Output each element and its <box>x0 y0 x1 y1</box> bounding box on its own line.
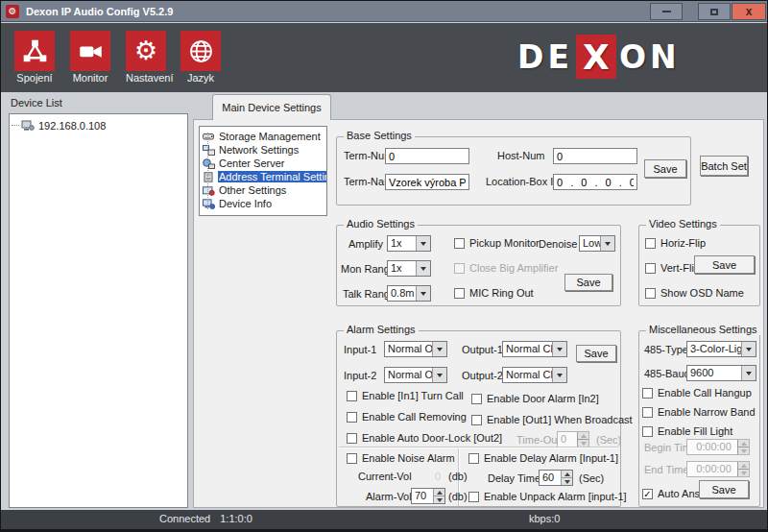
logo-text-de: DE <box>517 38 573 76</box>
enable-unpack-alarm-checkbox[interactable]: Enable Unpack Alarm [input-1] <box>468 491 627 502</box>
device-list-title: Device List <box>11 97 62 109</box>
base-save-button[interactable]: Save <box>644 159 686 178</box>
misc-settings-group: Miscellaneous Settings 485-Type 3-Color-… <box>638 330 760 507</box>
toolbar: Spojení Monitor ⚙ Nastavení Ja <box>1 23 768 92</box>
amplify-select[interactable]: 1x <box>387 235 431 252</box>
dexon-logo: DE X ON <box>517 33 681 81</box>
delay-time-label: Delay Time <box>488 472 540 484</box>
maximize-button[interactable] <box>698 3 731 20</box>
connect-button[interactable] <box>14 31 55 71</box>
chevron-down-icon[interactable] <box>416 261 430 276</box>
host-num-label: Host-Num <box>497 150 545 161</box>
spinner-buttons[interactable] <box>433 489 444 503</box>
alarm-vol-spinner[interactable]: 70 <box>411 488 445 504</box>
chevron-down-icon[interactable] <box>432 342 446 356</box>
input2-select[interactable]: Normal Open <box>384 367 447 383</box>
chevron-down-icon[interactable] <box>416 236 430 251</box>
video-save-button[interactable]: Save <box>694 255 755 274</box>
alarm-vol-unit: (db) <box>448 491 468 502</box>
device-list-item[interactable]: 192.168.0.108 <box>12 118 185 133</box>
chevron-down-icon[interactable] <box>552 342 566 356</box>
enable-door-alarm-checkbox[interactable]: Enable Door Alarm [In2] <box>471 393 599 404</box>
spinner-buttons <box>737 462 749 476</box>
current-vol-unit: (db) <box>448 471 468 482</box>
delay-time-unit: (Sec) <box>579 472 604 484</box>
term-num-input[interactable] <box>385 148 469 164</box>
gear-icon: ⚙ <box>134 32 157 70</box>
alarm-save-button[interactable]: Save <box>576 345 616 362</box>
485-baud-select[interactable]: 9600 <box>686 365 756 381</box>
enable-noise-alarm-checkbox[interactable]: Enable Noise Alarm <box>347 452 455 464</box>
main-settings-panel: Storage Management Network Settings Cent… <box>193 119 764 508</box>
tree-item-other-settings[interactable]: Other Settings <box>203 183 325 197</box>
base-settings-group: Base Settings Term-Num Host-Num Term-Nam… <box>336 136 691 206</box>
enable-narrow-band-checkbox[interactable]: Enable Narrow Band <box>642 406 756 418</box>
tab-main-device-settings[interactable]: Main Device Settings <box>212 94 331 120</box>
enable-call-removing-checkbox[interactable]: Enable Call Removing <box>347 411 467 423</box>
chevron-down-icon[interactable] <box>741 366 756 380</box>
input1-select[interactable]: Normal Open <box>384 341 447 357</box>
timeout-unit: (Sec) <box>596 434 621 446</box>
language-button[interactable] <box>180 31 221 71</box>
enable-fill-light-checkbox[interactable]: Enable Fill Light <box>642 425 732 437</box>
show-osd-name-checkbox[interactable]: Show OSD Name <box>645 287 744 299</box>
other-settings-icon <box>203 185 215 196</box>
term-name-input[interactable] <box>385 174 469 190</box>
misc-save-button[interactable]: Save <box>699 480 749 498</box>
enable-call-hangup-checkbox[interactable]: Enable Call Hangup <box>642 387 752 399</box>
485-type-select[interactable]: 3-Color-Light <box>686 341 756 357</box>
tree-item-device-info[interactable]: Device Info <box>203 197 325 210</box>
output1-select[interactable]: Normal Close <box>502 341 567 357</box>
vert-flip-checkbox[interactable]: Vert-Flip <box>645 262 700 274</box>
denoise-select[interactable]: Low <box>579 235 615 252</box>
video-settings-title: Video Settings <box>646 218 720 230</box>
settings-tree[interactable]: Storage Management Network Settings Cent… <box>199 126 327 216</box>
chevron-down-icon[interactable] <box>741 342 756 356</box>
485-type-label: 485-Type <box>644 344 688 355</box>
batch-set-button[interactable]: Batch Set <box>700 156 748 176</box>
end-time-spinner: 0:00:00 <box>686 461 750 477</box>
device-list[interactable]: 192.168.0.108 <box>9 113 188 508</box>
globe-icon <box>188 38 214 64</box>
tree-item-center-server[interactable]: Center Server <box>203 157 325 170</box>
spinner-buttons[interactable] <box>561 471 572 485</box>
monitor-button[interactable] <box>70 31 110 71</box>
camera-icon <box>78 38 104 64</box>
spinner-buttons <box>577 432 588 447</box>
begin-time-spinner: 0:00:00 <box>686 439 750 455</box>
device-ip: 192.168.0.108 <box>38 120 106 132</box>
tree-item-storage-management[interactable]: Storage Management <box>203 130 325 143</box>
delay-time-spinner[interactable]: 60 <box>539 470 573 486</box>
tree-item-address-terminal-settings[interactable]: Address Terminal Settings <box>203 170 325 183</box>
horiz-flip-checkbox[interactable]: Horiz-Flip <box>645 237 706 249</box>
video-settings-group: Video Settings Horiz-Flip Vert-Flip Save… <box>638 225 760 306</box>
settings-button[interactable]: ⚙ <box>126 31 166 71</box>
toolbar-label-spojeni: Spojení <box>14 72 55 84</box>
output2-select[interactable]: Normal Close <box>502 367 567 383</box>
logo-text-on: ON <box>619 38 681 76</box>
misc-settings-title: Miscellaneous Settings <box>646 324 760 335</box>
location-box-ip-input[interactable] <box>553 174 637 190</box>
mic-ring-out-checkbox[interactable]: MIC Ring Out <box>454 287 534 299</box>
enable-auto-doorlock-checkbox[interactable]: Enable Auto Door-Lock [Out2] <box>347 432 502 444</box>
close-button[interactable]: x <box>732 3 766 20</box>
talk-range-select[interactable]: 0.8m <box>387 285 431 302</box>
audio-save-button[interactable]: Save <box>564 274 612 291</box>
chevron-down-icon[interactable] <box>432 368 446 382</box>
minimize-button[interactable] <box>650 3 683 20</box>
pickup-monitor-checkbox[interactable]: Pickup Monitor <box>454 237 540 249</box>
chevron-down-icon[interactable] <box>416 286 430 301</box>
host-num-input[interactable] <box>553 148 637 164</box>
tree-item-network-settings[interactable]: Network Settings <box>203 143 325 157</box>
app-icon-glyph: ⚙ <box>9 6 17 16</box>
mon-range-select[interactable]: 1x <box>387 260 431 277</box>
status-bar: Connected 1:1:0:0 kbps:0 <box>1 510 768 529</box>
app-window: ⚙ Dexon IP Audio Config V5.2.9 x Spojení <box>0 0 768 532</box>
chevron-down-icon[interactable] <box>600 236 614 251</box>
enable-out1-broadcast-checkbox[interactable]: Enable [Out1] When Broadcast <box>471 414 633 425</box>
status-counters: 1:1:0:0 <box>220 513 252 524</box>
enable-delay-alarm-checkbox[interactable]: Enable Delay Alarm [Input-1] <box>468 452 618 464</box>
chevron-down-icon[interactable] <box>552 368 566 382</box>
enable-turn-call-checkbox[interactable]: Enable [In1] Turn Call <box>347 390 464 401</box>
audio-settings-title: Audio Settings <box>344 218 418 230</box>
